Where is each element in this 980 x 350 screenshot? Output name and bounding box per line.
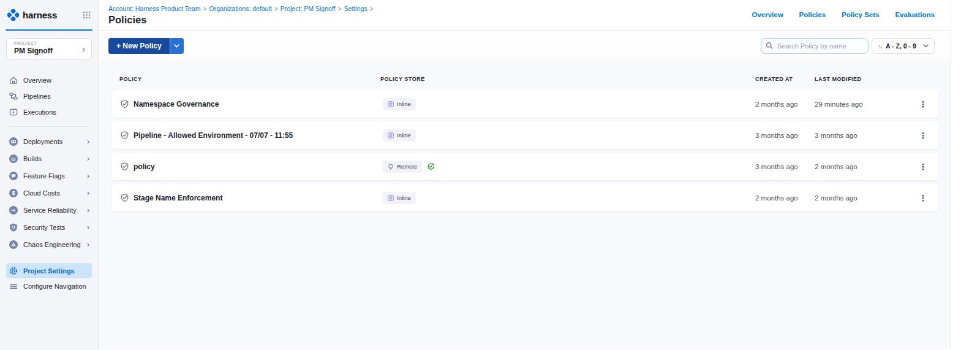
chevron-right-icon: › [87,172,89,180]
policies-table: POLICY POLICY STORE CREATED AT LAST MODI… [99,61,951,349]
sidebar-item-overview[interactable]: Overview [0,72,98,88]
policy-store-cell: Remote [383,161,435,173]
column-header-last-modified: LAST MODIFIED [815,76,862,82]
policy-row[interactable]: Namespace Governance Inline 2 months ago… [112,90,938,118]
created-at: 3 months ago [755,163,798,170]
sidebar-item-label: Project Settings [23,267,75,275]
chevron-right-icon: › [87,207,89,214]
sidebar-item-feature-flags[interactable]: Feature Flags › [0,167,98,185]
sidebar-item-label: Feature Flags [23,172,65,180]
gear-icon [9,267,18,275]
home-icon [9,76,18,85]
policy-store-badge: Inline [383,129,416,142]
builds-module-icon [9,154,18,163]
sidebar-item-service-reliability[interactable]: Service Reliability › [0,202,98,219]
sidebar-nav: Overview Pipelines Executions Deployment… [0,72,98,294]
app-grid-icon[interactable] [83,11,91,19]
sidebar-item-label: Chaos Engineering [23,241,81,248]
column-header-policy: POLICY [119,76,142,82]
chevron-right-icon: › [87,155,89,162]
policy-row[interactable]: policy Remote 3 months ago 2 months ago … [112,153,938,180]
inline-store-icon [388,101,394,107]
policy-store-label: Inline [397,194,411,201]
sidebar-item-chaos-engineering[interactable]: Chaos Engineering › [0,236,98,253]
sort-selected-value: A - Z, 0 - 9 [886,42,916,50]
policy-shield-check-icon [120,131,129,140]
search-box [761,38,869,54]
sidebar-item-label: Deployments [23,138,62,145]
new-policy-button[interactable]: + New Policy [108,38,170,54]
sidebar-item-pipelines[interactable]: Pipelines [0,88,98,104]
policy-shield-check-icon [120,162,129,171]
svg-text:$: $ [12,191,15,196]
breadcrumb-org-link[interactable]: Organizations: default [209,5,272,12]
sidebar-accent-line [6,29,92,31]
sidebar-item-executions[interactable]: Executions [0,104,98,120]
sort-dropdown[interactable]: ↑↓ A - Z, 0 - 9 [872,38,935,54]
policy-store-label: Inline [397,132,411,139]
policy-store-badge: Inline [383,192,416,204]
chevron-right-icon: › [82,44,85,54]
sidebar-item-project-settings[interactable]: Project Settings [6,263,92,278]
sidebar-item-label: Pipelines [23,93,51,100]
sidebar-item-builds[interactable]: Builds › [0,150,98,167]
page-header: Account: Harness Product Team>Organizati… [99,0,951,31]
project-selector[interactable]: PROJECT PM Signoff › [6,38,92,60]
tab-evaluations[interactable]: Evaluations [895,11,935,18]
breadcrumb-account-link[interactable]: Account: Harness Product Team [108,5,200,12]
sidebar: harness PROJECT PM Signoff › Overview Pi… [0,0,99,350]
policy-tabs: Overview Policies Policy Sets Evaluation… [752,11,935,18]
policy-name: policy [134,162,155,171]
new-policy-dropdown-button[interactable] [170,38,184,54]
breadcrumb-project-link[interactable]: Project: PM Signoff [281,5,336,12]
search-input[interactable] [761,38,869,54]
sidebar-item-label: Cloud Costs [23,189,60,197]
breadcrumb-settings-link[interactable]: Settings [344,5,368,12]
tab-policy-sets[interactable]: Policy Sets [842,11,879,18]
sidebar-item-cloud-costs[interactable]: $ Cloud Costs › [0,185,98,202]
sidebar-item-security-tests[interactable]: Security Tests › [0,219,98,236]
chaos-engineering-module-icon [9,240,18,249]
sort-arrows-icon: ↑↓ [878,43,881,50]
sidebar-item-deployments[interactable]: Deployments › [0,133,98,150]
tab-overview[interactable]: Overview [752,11,783,18]
pipelines-icon [9,92,18,101]
service-reliability-module-icon [9,206,18,215]
toolbar: + New Policy ↑↓ A - Z, 0 - 9 [99,31,951,61]
policy-row[interactable]: Pipeline - Allowed Environment - 07/07 -… [112,121,938,149]
chevron-down-icon [923,44,929,48]
sidebar-divider [9,126,89,127]
sidebar-item-label: Configure Navigation [23,283,86,290]
policy-store-cell: Inline [383,129,416,142]
tab-policies[interactable]: Policies [799,11,826,18]
security-tests-module-icon [9,223,18,232]
app-window: harness PROJECT PM Signoff › Overview Pi… [0,0,951,350]
chevron-right-icon: › [87,241,89,248]
project-label: PROJECT [14,41,85,45]
policy-shield-check-icon [120,99,129,108]
breadcrumb-separator: > [274,5,278,12]
breadcrumb-separator: > [370,5,374,12]
policy-row[interactable]: Stage Name Enforcement Inline 2 months a… [112,184,938,211]
created-at: 3 months ago [755,132,798,139]
project-name: PM Signoff [14,47,85,55]
row-menu-button[interactable]: ⋮ [918,194,928,202]
policy-name: Namespace Governance [134,100,219,108]
sidebar-item-label: Overview [23,77,51,84]
row-menu-button[interactable]: ⋮ [918,100,928,108]
breadcrumb-separator: > [338,5,342,12]
sidebar-header: harness [0,0,98,29]
inline-store-icon [388,132,394,139]
new-policy-split-button: + New Policy [108,38,184,54]
sidebar-item-configure-navigation[interactable]: Configure Navigation [0,278,98,294]
policy-store-label: Remote [397,163,417,170]
created-at: 2 months ago [755,194,798,202]
row-menu-button[interactable]: ⋮ [918,131,928,140]
hamburger-icon [9,282,18,291]
brand-name: harness [23,10,57,20]
last-modified: 3 months ago [815,132,858,139]
harness-logo[interactable]: harness [7,9,57,21]
row-menu-button[interactable]: ⋮ [918,162,928,171]
policy-store-cell: Inline [383,98,416,110]
created-at: 2 months ago [755,101,798,108]
